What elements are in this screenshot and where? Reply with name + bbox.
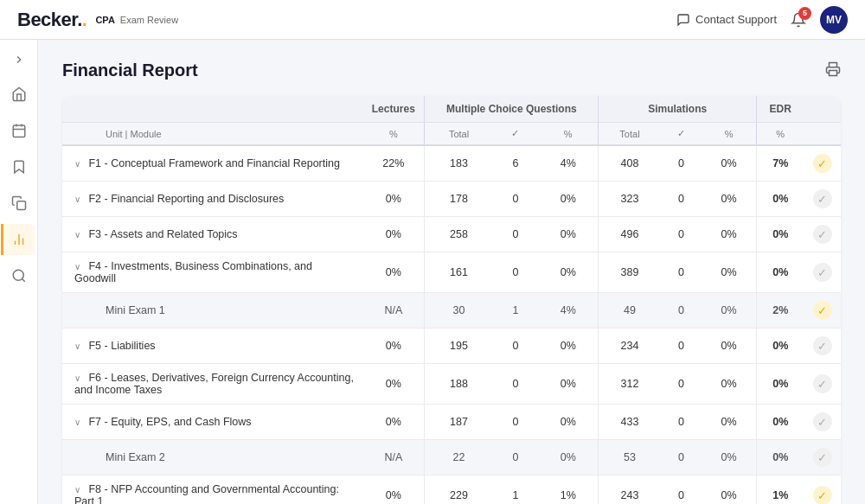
mcq-header: Multiple Choice Questions (425, 96, 599, 123)
table-row: ∨ F1 - Conceptual Framework and Financia… (62, 145, 841, 182)
sidebar-item-chart[interactable] (1, 224, 35, 255)
mcq-pct-cell: 0% (538, 252, 599, 293)
unit-name-cell: ∨ F3 - Assets and Related Topics (62, 217, 362, 252)
expand-chevron[interactable]: ∨ (74, 418, 80, 427)
mcq-total-cell: 188 (425, 364, 493, 405)
sidebar-item-home[interactable] (3, 79, 35, 110)
mcq-total-subheader: Total (425, 123, 493, 146)
sim-check-cell: 0 (661, 293, 702, 329)
sidebar-toggle[interactable] (8, 48, 30, 73)
sim-pct-subheader: % (702, 123, 756, 146)
edr-cell: 0% (757, 405, 804, 440)
unit-name-cell: Mini Exam 1 (62, 293, 362, 329)
unit-module-header (62, 96, 362, 123)
status-icon-yellow: ✓ (813, 301, 832, 320)
sim-total-cell: 496 (599, 217, 661, 252)
sim-check-subheader: ✓ (661, 123, 702, 146)
unit-name-cell: ∨ F8 - NFP Accounting and Governmental A… (62, 475, 362, 505)
svg-line-9 (22, 278, 24, 281)
mcq-check-cell: 0 (493, 182, 538, 217)
edr-cell: 7% (757, 145, 804, 182)
mcq-pct-subheader: % (538, 123, 599, 146)
mcq-pct-cell: 1% (538, 475, 599, 505)
expand-chevron[interactable]: ∨ (74, 195, 80, 204)
svg-point-8 (13, 270, 23, 280)
lectures-pct-cell: 0% (362, 405, 425, 440)
row-name: F4 - Investments, Business Combinations,… (74, 260, 312, 284)
mcq-total-cell: 161 (425, 252, 493, 293)
mcq-total-cell: 195 (425, 329, 493, 364)
lectures-pct-cell: 22% (362, 145, 425, 182)
expand-chevron[interactable]: ∨ (74, 262, 80, 271)
status-icon-yellow: ✓ (813, 154, 832, 173)
chat-icon (676, 13, 690, 27)
user-avatar[interactable]: MV (820, 6, 848, 34)
row-name: Mini Exam 2 (106, 451, 165, 463)
mcq-check-cell: 0 (493, 329, 538, 364)
lectures-pct-cell: 0% (362, 217, 425, 252)
sim-total-cell: 234 (599, 329, 661, 364)
mcq-check-cell: 0 (493, 252, 538, 293)
sim-pct-cell: 0% (702, 252, 756, 293)
edr-header: EDR (757, 96, 804, 123)
row-name: F7 - Equity, EPS, and Cash Flows (88, 416, 251, 428)
svg-rect-0 (13, 125, 25, 137)
sim-pct-cell: 0% (702, 329, 756, 364)
print-button[interactable] (825, 61, 841, 80)
status-icon-gray: ✓ (813, 225, 832, 244)
sim-total-cell: 53 (599, 440, 661, 475)
contact-support-label: Contact Support (695, 13, 777, 26)
mcq-pct-cell: 0% (538, 405, 599, 440)
table-row: ∨ F4 - Investments, Business Combination… (62, 252, 841, 293)
sidebar-item-search[interactable] (3, 260, 35, 291)
column-subheader-row: Unit | Module % Total ✓ % Total ✓ % % (62, 123, 841, 146)
mcq-pct-cell: 0% (538, 329, 599, 364)
sim-check-cell: 0 (661, 364, 702, 405)
status-header (804, 96, 841, 123)
top-nav: Becker.. CPA Exam Review Contact Support… (0, 0, 865, 40)
unit-name-cell: ∨ F6 - Leases, Derivatives, Foreign Curr… (62, 364, 362, 405)
expand-chevron[interactable]: ∨ (74, 341, 80, 351)
contact-support-button[interactable]: Contact Support (676, 13, 777, 27)
unit-name-cell: ∨ F5 - Liabilities (62, 329, 362, 364)
unit-name-cell: Mini Exam 2 (62, 440, 362, 475)
sim-pct-cell: 0% (702, 145, 756, 182)
lectures-pct-cell: 0% (362, 182, 425, 217)
brand-logo: Becker.. (17, 9, 86, 31)
sim-total-cell: 243 (599, 475, 661, 505)
row-name: F5 - Liabilities (88, 340, 155, 352)
lectures-pct-cell: 0% (362, 475, 425, 505)
expand-chevron[interactable]: ∨ (74, 485, 80, 494)
status-subheader (804, 123, 841, 146)
edr-cell: 0% (757, 329, 804, 364)
sidebar-item-calendar[interactable] (3, 115, 35, 146)
brand-area: Becker.. CPA Exam Review (17, 9, 178, 31)
mcq-pct-cell: 0% (538, 364, 599, 405)
sim-check-cell: 0 (661, 440, 702, 475)
mcq-total-cell: 183 (425, 145, 493, 182)
mcq-check-cell: 0 (493, 217, 538, 252)
mcq-check-subheader: ✓ (493, 123, 538, 146)
lectures-pct-cell: 0% (362, 364, 425, 405)
sim-check-cell: 0 (661, 182, 702, 217)
mcq-total-cell: 30 (425, 293, 493, 329)
simulations-header: Simulations (599, 96, 757, 123)
expand-chevron[interactable]: ∨ (74, 159, 80, 169)
sim-check-cell: 0 (661, 405, 702, 440)
mcq-pct-cell: 0% (538, 217, 599, 252)
table-row: Mini Exam 2 N/A 22 0 0% 53 0 0% 0% ✓ (62, 440, 841, 475)
expand-chevron[interactable]: ∨ (74, 230, 80, 239)
sim-pct-cell: 0% (702, 217, 756, 252)
sidebar-item-bookmark[interactable] (3, 151, 35, 182)
main-content: Financial Report Lectures Multiple Choic… (38, 40, 865, 504)
expand-chevron[interactable]: ∨ (74, 373, 80, 383)
sidebar-item-copy[interactable] (3, 188, 35, 219)
status-icon-cell: ✓ (804, 364, 841, 405)
status-icon-cell: ✓ (804, 329, 841, 364)
notifications-button[interactable]: 5 (791, 12, 806, 28)
row-name: F6 - Leases, Derivatives, Foreign Curren… (74, 372, 354, 396)
mcq-check-cell: 6 (493, 145, 538, 182)
unit-name-cell: ∨ F7 - Equity, EPS, and Cash Flows (62, 405, 362, 440)
table-row: ∨ F7 - Equity, EPS, and Cash Flows 0% 18… (62, 405, 841, 440)
sim-check-cell: 0 (661, 475, 702, 505)
